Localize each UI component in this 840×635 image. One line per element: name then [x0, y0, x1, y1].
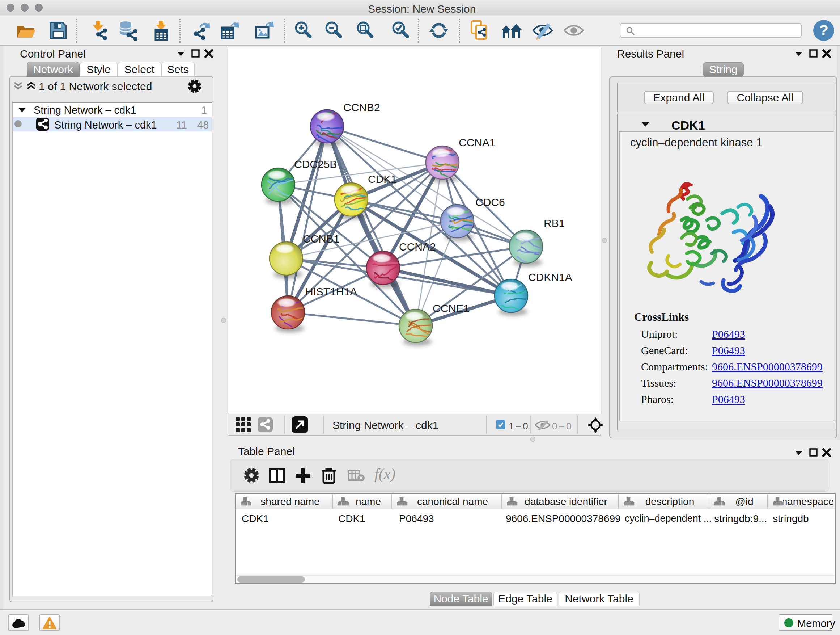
svg-text:CDC25B: CDC25B: [294, 158, 337, 170]
svg-text:CCNA1: CCNA1: [459, 136, 496, 149]
svg-text:CCNE1: CCNE1: [433, 302, 470, 314]
svg-text:HIST1H1A: HIST1H1A: [305, 286, 357, 298]
svg-text:CDK1: CDK1: [368, 173, 397, 185]
svg-text:CCNA2: CCNA2: [399, 241, 436, 253]
svg-text:CCNB2: CCNB2: [343, 101, 380, 113]
svg-text:CCNB1: CCNB1: [303, 233, 340, 245]
svg-text:RB1: RB1: [544, 217, 565, 229]
svg-text:CDC6: CDC6: [475, 196, 505, 208]
svg-text:CDKN1A: CDKN1A: [528, 271, 572, 283]
